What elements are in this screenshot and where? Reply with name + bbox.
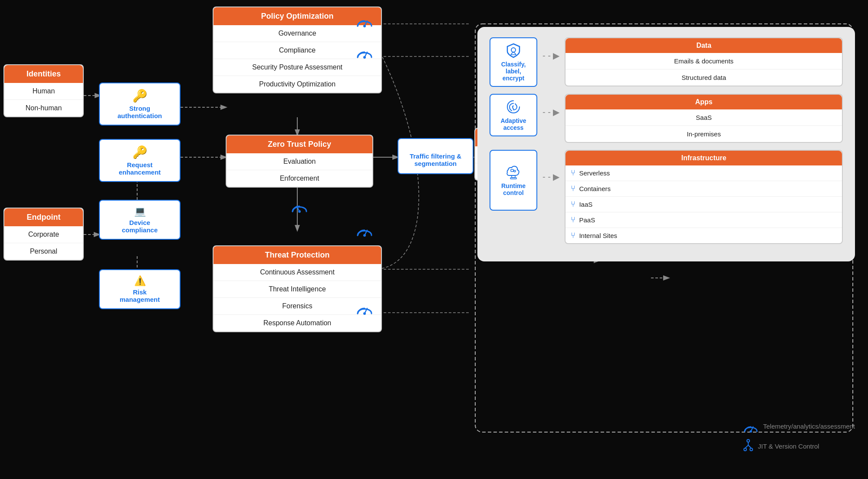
device-compliance-label: Device compliance xyxy=(105,219,174,234)
identities-box: Identities Human Non-human xyxy=(3,64,84,117)
runtime-section: Runtime control - - ▶ Infrastructure ⑂ S… xyxy=(490,150,843,244)
legend: Telemetry/analytics/assessment JIT & Ver… xyxy=(743,419,855,453)
strong-auth-box: 🔑 Strong authentication xyxy=(99,83,181,126)
right-panel: Classify, label, encrypt - - ▶ Data Emai… xyxy=(477,27,855,261)
device-compliance-box: 💻 Device compliance xyxy=(99,200,181,240)
endpoint-title: Endpoint xyxy=(4,208,83,226)
infra-paas: ⑂ PaaS xyxy=(566,212,842,228)
data-structured: Structured data xyxy=(566,69,842,86)
risk-management-label: Risk management xyxy=(105,288,174,303)
telemetry-legend-label: Telemetry/analytics/assessment xyxy=(763,423,855,430)
identities-title: Identities xyxy=(4,65,83,83)
svg-point-29 xyxy=(511,48,516,52)
fork-icon-2: ⑂ xyxy=(571,184,575,193)
device-icon: 💻 xyxy=(105,206,174,217)
strong-auth-label: Strong authentication xyxy=(105,105,174,119)
endpoint-corporate: Corporate xyxy=(4,226,83,243)
zero-trust-box: Zero Trust Policy Evaluation Enforcement xyxy=(226,135,373,188)
infra-iaas: ⑂ IaaS xyxy=(566,197,842,212)
cloud-icon xyxy=(506,164,521,180)
jit-legend-label: JIT & Version Control xyxy=(758,443,819,450)
traffic-filtering-label: Traffic filtering & segmentation xyxy=(410,152,461,167)
adaptive-label: Adaptive access xyxy=(500,117,526,131)
traffic-filtering-box: Traffic filtering & segmentation xyxy=(398,138,473,174)
identities-human: Human xyxy=(4,83,83,100)
risk-icon: ⚠️ xyxy=(105,275,174,287)
data-emails: Emails & documents xyxy=(566,53,842,69)
data-title: Data xyxy=(566,38,842,53)
threat-protection-box: Threat Protection Continuous Assessment … xyxy=(213,245,382,332)
legend-fork-icon xyxy=(743,439,753,453)
fork-icon-4: ⑂ xyxy=(571,215,575,225)
apps-box: Apps SaaS In-premises xyxy=(565,94,843,143)
infra-title: Infrastructure xyxy=(566,151,842,165)
policy-productivity: Productivity Optimization xyxy=(214,76,381,92)
apps-inpremises: In-premises xyxy=(566,126,842,142)
legend-jit: JIT & Version Control xyxy=(743,439,855,453)
identities-nonhuman: Non-human xyxy=(4,100,83,116)
shield-icon xyxy=(506,43,521,58)
telemetry-icon-5 xyxy=(291,198,308,217)
request-enhancement-label: Request enhancement xyxy=(105,161,174,176)
svg-point-40 xyxy=(750,448,753,451)
zero-trust-title: Zero Trust Policy xyxy=(227,135,372,153)
svg-point-32 xyxy=(514,170,516,172)
svg-point-35 xyxy=(747,439,750,442)
fork-icon-5: ⑂ xyxy=(571,231,575,240)
infrastructure-box: Infrastructure ⑂ Serverless ⑂ Containers… xyxy=(565,150,843,244)
telemetry-icon-1 xyxy=(356,12,373,31)
fork-icon-1: ⑂ xyxy=(571,168,575,178)
infra-containers: ⑂ Containers xyxy=(566,181,842,197)
svg-rect-31 xyxy=(510,178,516,179)
adaptive-section: Adaptive access - - ▶ Apps SaaS In-premi… xyxy=(490,94,843,143)
classify-section: Classify, label, encrypt - - ▶ Data Emai… xyxy=(490,37,843,87)
svg-line-38 xyxy=(748,445,751,448)
runtime-icon-box: Runtime control xyxy=(490,150,537,211)
endpoint-box: Endpoint Corporate Personal xyxy=(3,208,84,261)
runtime-arrow: - - ▶ xyxy=(542,172,559,182)
fork-icon-3: ⑂ xyxy=(571,200,575,209)
adaptive-arrow: - - ▶ xyxy=(542,107,559,117)
request-enhancement-box: 🔑 Request enhancement xyxy=(99,139,181,182)
key-icon-2: 🔑 xyxy=(105,145,174,159)
fingerprint-icon xyxy=(506,99,521,115)
zero-trust-evaluation: Evaluation xyxy=(227,153,372,170)
svg-rect-33 xyxy=(511,169,513,172)
classify-icon-box: Classify, label, encrypt xyxy=(490,37,537,87)
risk-management-box: ⚠️ Risk management xyxy=(99,269,181,309)
threat-protection-title: Threat Protection xyxy=(214,246,381,264)
svg-point-39 xyxy=(744,448,746,451)
legend-telemetry: Telemetry/analytics/assessment xyxy=(743,419,855,433)
telemetry-icon-3 xyxy=(356,221,373,241)
threat-intelligence: Threat Intelligence xyxy=(214,281,381,298)
runtime-label: Runtime control xyxy=(501,182,526,196)
adaptive-icon-box: Adaptive access xyxy=(490,94,537,136)
classify-arrow: - - ▶ xyxy=(542,50,559,61)
zero-trust-enforcement: Enforcement xyxy=(227,170,372,187)
threat-continuous: Continuous Assessment xyxy=(214,264,381,281)
data-box: Data Emails & documents Structured data xyxy=(565,37,843,86)
telemetry-icon-4 xyxy=(356,300,373,319)
endpoint-personal: Personal xyxy=(4,243,83,260)
key-icon: 🔑 xyxy=(105,89,174,103)
svg-line-37 xyxy=(745,445,748,448)
infra-serverless: ⑂ Serverless xyxy=(566,165,842,181)
legend-gauge-icon xyxy=(743,419,759,433)
apps-title: Apps xyxy=(566,95,842,109)
classify-label: Classify, label, encrypt xyxy=(501,61,526,82)
infra-internal-sites: ⑂ Internal Sites xyxy=(566,228,842,243)
apps-saas: SaaS xyxy=(566,109,842,126)
telemetry-icon-2 xyxy=(356,43,373,63)
